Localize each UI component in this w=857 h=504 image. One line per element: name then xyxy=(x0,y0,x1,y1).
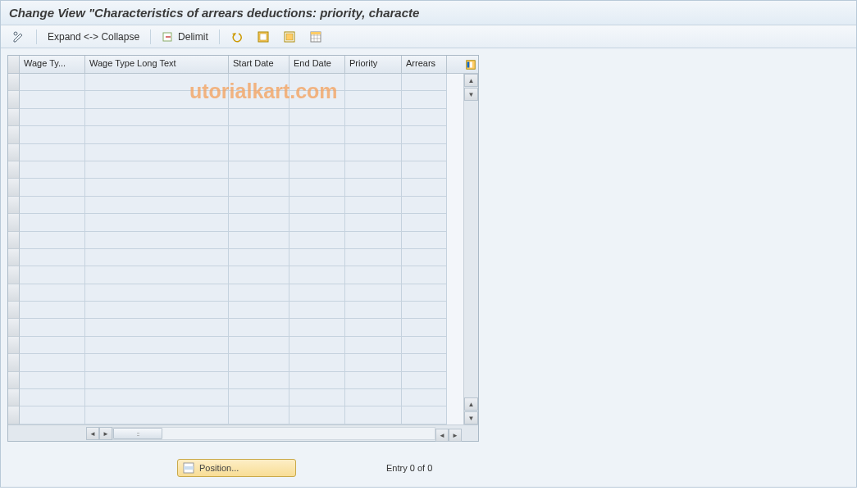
table-cell[interactable] xyxy=(229,179,289,196)
table-cell[interactable] xyxy=(345,126,402,143)
table-cell[interactable] xyxy=(345,354,402,371)
table-cell[interactable] xyxy=(229,144,289,161)
table-cell[interactable] xyxy=(229,232,289,249)
table-cell[interactable] xyxy=(345,179,402,196)
table-cell[interactable] xyxy=(85,302,229,319)
table-cell[interactable] xyxy=(402,144,447,161)
row-selector[interactable] xyxy=(8,372,20,389)
table-cell[interactable] xyxy=(85,354,229,371)
table-cell[interactable] xyxy=(289,372,345,389)
table-cell[interactable] xyxy=(345,406,402,424)
table-cell[interactable] xyxy=(20,389,85,406)
table-cell[interactable] xyxy=(402,214,447,231)
table-cell[interactable] xyxy=(20,144,85,161)
table-cell[interactable] xyxy=(85,74,229,91)
table-cell[interactable] xyxy=(289,319,345,336)
toggle-display-change-button[interactable] xyxy=(7,28,30,46)
scroll-left-step-button[interactable]: ► xyxy=(99,427,112,440)
table-cell[interactable] xyxy=(402,179,447,196)
table-cell[interactable] xyxy=(345,249,402,266)
table-cell[interactable] xyxy=(85,109,229,126)
table-cell[interactable] xyxy=(289,214,345,231)
table-cell[interactable] xyxy=(85,406,229,424)
table-cell[interactable] xyxy=(229,161,289,179)
table-cell[interactable] xyxy=(289,74,345,91)
table-cell[interactable] xyxy=(229,389,289,406)
table-cell[interactable] xyxy=(229,126,289,143)
table-cell[interactable] xyxy=(85,319,229,336)
table-cell[interactable] xyxy=(85,214,229,231)
row-selector[interactable] xyxy=(8,74,20,91)
row-selector[interactable] xyxy=(8,144,20,161)
table-cell[interactable] xyxy=(229,302,289,319)
column-header[interactable]: Priority xyxy=(345,56,402,73)
table-cell[interactable] xyxy=(20,179,85,196)
vertical-scrollbar[interactable]: ▲ ▼ ▲ ▼ xyxy=(463,74,478,425)
table-cell[interactable] xyxy=(85,284,229,302)
table-cell[interactable] xyxy=(20,74,85,91)
table-cell[interactable] xyxy=(289,389,345,406)
table-cell[interactable] xyxy=(20,214,85,231)
table-cell[interactable] xyxy=(345,266,402,284)
table-cell[interactable] xyxy=(20,126,85,143)
table-cell[interactable] xyxy=(20,109,85,126)
row-selector[interactable] xyxy=(8,266,20,284)
table-cell[interactable] xyxy=(20,372,85,389)
table-cell[interactable] xyxy=(85,91,229,108)
table-cell[interactable] xyxy=(402,197,447,214)
table-cell[interactable] xyxy=(345,389,402,406)
column-header[interactable]: Wage Ty... xyxy=(20,56,85,73)
table-cell[interactable] xyxy=(402,232,447,249)
table-cell[interactable] xyxy=(85,144,229,161)
scroll-down-button[interactable]: ▼ xyxy=(464,411,478,425)
table-cell[interactable] xyxy=(289,354,345,371)
row-selector[interactable] xyxy=(8,284,20,302)
table-cell[interactable] xyxy=(402,337,447,354)
table-cell[interactable] xyxy=(345,91,402,108)
undo-change-button[interactable] xyxy=(226,28,248,46)
table-cell[interactable] xyxy=(229,197,289,214)
row-selector[interactable] xyxy=(8,354,20,371)
table-cell[interactable] xyxy=(229,214,289,231)
table-cell[interactable] xyxy=(402,126,447,143)
table-cell[interactable] xyxy=(402,284,447,302)
table-cell[interactable] xyxy=(345,232,402,249)
table-cell[interactable] xyxy=(229,249,289,266)
table-cell[interactable] xyxy=(229,319,289,336)
table-cell[interactable] xyxy=(85,249,229,266)
table-cell[interactable] xyxy=(345,302,402,319)
scroll-up-button[interactable]: ▲ xyxy=(464,74,478,87)
table-cell[interactable] xyxy=(20,302,85,319)
table-cell[interactable] xyxy=(289,266,345,284)
table-cell[interactable] xyxy=(402,161,447,179)
table-cell[interactable] xyxy=(20,337,85,354)
scroll-down-step-button[interactable]: ▲ xyxy=(464,397,478,411)
table-cell[interactable] xyxy=(20,284,85,302)
row-selector[interactable] xyxy=(8,197,20,214)
table-cell[interactable] xyxy=(345,372,402,389)
row-selector[interactable] xyxy=(8,319,20,336)
table-cell[interactable] xyxy=(289,406,345,424)
row-selector[interactable] xyxy=(8,337,20,354)
table-cell[interactable] xyxy=(20,406,85,424)
table-cell[interactable] xyxy=(289,232,345,249)
table-cell[interactable] xyxy=(345,197,402,214)
position-button[interactable]: Position... xyxy=(177,459,296,477)
table-cell[interactable] xyxy=(229,337,289,354)
row-selector[interactable] xyxy=(8,232,20,249)
table-cell[interactable] xyxy=(345,144,402,161)
column-header[interactable]: Wage Type Long Text xyxy=(85,56,229,73)
table-cell[interactable] xyxy=(289,197,345,214)
table-cell[interactable] xyxy=(345,109,402,126)
table-cell[interactable] xyxy=(289,249,345,266)
table-cell[interactable] xyxy=(289,91,345,108)
select-all-button[interactable] xyxy=(252,28,275,46)
hscroll-thumb[interactable] xyxy=(113,428,162,439)
table-cell[interactable] xyxy=(402,372,447,389)
row-selector[interactable] xyxy=(8,161,20,179)
table-cell[interactable] xyxy=(345,284,402,302)
row-selector[interactable] xyxy=(8,302,20,319)
table-cell[interactable] xyxy=(229,406,289,424)
table-cell[interactable] xyxy=(85,389,229,406)
table-cell[interactable] xyxy=(345,161,402,179)
